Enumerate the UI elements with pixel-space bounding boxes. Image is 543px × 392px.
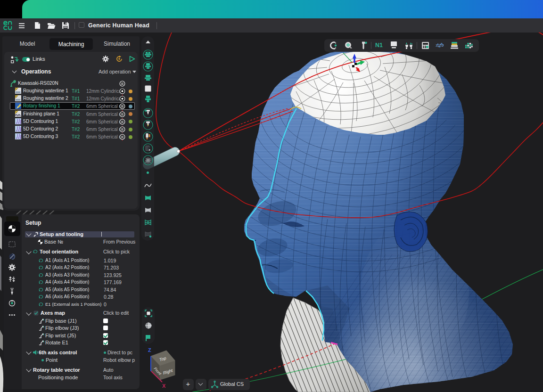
svg-text:Z: Z: [148, 347, 151, 353]
svg-text:X: X: [162, 383, 166, 389]
